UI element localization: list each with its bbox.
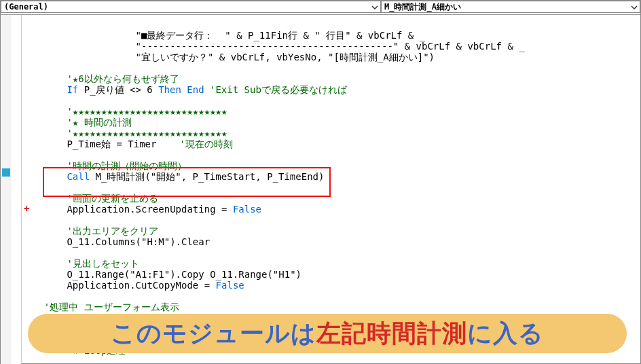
annotation-text-c: に入る bbox=[467, 317, 544, 350]
breakpoint-marker[interactable] bbox=[2, 168, 10, 177]
highlight-box bbox=[43, 167, 331, 197]
annotation-text-a: このモジュールは bbox=[111, 317, 316, 350]
chevron-down-icon bbox=[630, 3, 638, 12]
chevron-down-icon bbox=[371, 3, 379, 12]
code-line: Application.ScreenUpdating = False bbox=[21, 204, 261, 215]
annotation-callout: このモジュールは左記時間計測に入る bbox=[28, 314, 627, 353]
code-comment: '★★★★★★★★★★★★★★★★★★★★★★★★★★★ bbox=[21, 128, 227, 139]
code-comment: '★★★★★★★★★★★★★★★★★★★★★★★★★★★ bbox=[21, 106, 227, 117]
code-line: "■最終データ行： " & P_11Fin行 & " 行目" & vbCrLf … bbox=[21, 30, 425, 41]
editor-window: (General) M_時間計測_A細かい + "■最終データ行： " & P_… bbox=[0, 0, 641, 364]
code-comment: '処理中 ユーザーフォーム表示 bbox=[21, 302, 179, 312]
code-line: P_Time始 = Timer '現在の時刻 bbox=[21, 139, 233, 149]
code-comment: '★ 時間の計測 bbox=[21, 117, 132, 128]
code-line: "宜しいですか？" & vbCrLf, vbYesNo, "[時間計測_A細かい… bbox=[21, 52, 435, 62]
breakpoint-gutter[interactable] bbox=[1, 15, 12, 364]
scope-dropdown[interactable]: (General) bbox=[1, 1, 381, 13]
code-line: Application.CutCopyMode = False bbox=[21, 280, 244, 291]
editor-body: + "■最終データ行： " & P_11Fin行 & " 行目" & vbCrL… bbox=[1, 15, 640, 364]
annotation-text-b: 左記時間計測 bbox=[316, 317, 467, 350]
code-comment: '出力エリアをクリア bbox=[21, 225, 158, 236]
code-line: O_11.Range("A1:F1").Copy O_11.Range("H1"… bbox=[21, 269, 301, 280]
procedure-dropdown-label: M_時間計測_A細かい bbox=[384, 1, 461, 13]
toolbar: (General) M_時間計測_A細かい bbox=[1, 1, 640, 15]
code-comment: '★6以外なら何もせず終了 bbox=[67, 73, 179, 84]
scope-dropdown-label: (General) bbox=[4, 2, 48, 12]
code-line: If P_戻り値 <> 6 Then End 'Exit Subで戻る必要なけれ… bbox=[21, 84, 347, 95]
code-comment: '見出しをセット bbox=[21, 258, 139, 269]
code-comment bbox=[21, 73, 67, 84]
procedure-dropdown[interactable]: M_時間計測_A細かい bbox=[381, 1, 640, 13]
code-line: "---------------------------------------… bbox=[21, 41, 525, 52]
bookmark-margin[interactable]: + bbox=[12, 15, 22, 364]
code-line: O_11.Columns("H:M").Clear bbox=[21, 236, 210, 247]
